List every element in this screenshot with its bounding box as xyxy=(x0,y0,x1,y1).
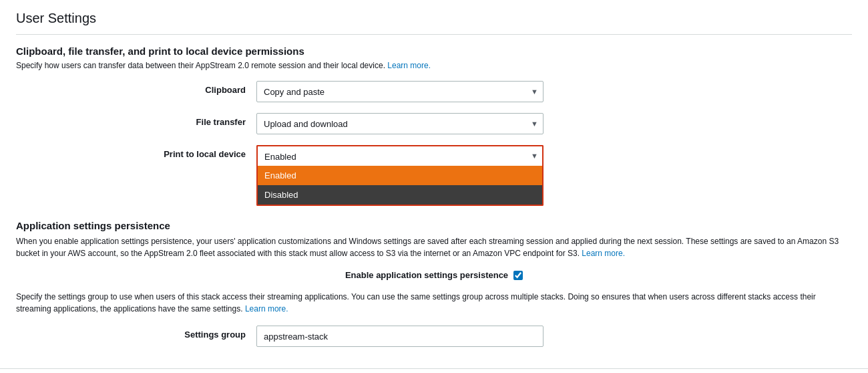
settings-group-desc: Specify the settings group to use when u… xyxy=(16,291,852,315)
print-device-select-display[interactable]: Enabled xyxy=(256,145,544,166)
print-device-label: Print to local device xyxy=(16,145,256,159)
file-transfer-label: File transfer xyxy=(16,113,256,127)
enable-persistence-row: Enable application settings persistence xyxy=(16,270,852,280)
file-transfer-select[interactable]: Upload and download Upload only Download… xyxy=(256,113,544,134)
clipboard-section-title: Clipboard, file transfer, and print to l… xyxy=(16,45,852,57)
page-title: User Settings xyxy=(16,11,852,26)
app-settings-learn-more-link[interactable]: Learn more. xyxy=(582,249,625,258)
settings-group-control xyxy=(256,326,544,347)
print-device-dropdown: Enabled Disabled xyxy=(256,166,544,206)
print-device-row: Print to local device Enabled ▼ Enabled … xyxy=(16,145,852,166)
app-settings-section: Application settings persistence When yo… xyxy=(16,220,852,347)
file-transfer-control: Upload and download Upload only Download… xyxy=(256,113,544,134)
settings-group-input[interactable] xyxy=(256,326,544,347)
settings-group-row: Settings group xyxy=(16,326,852,347)
top-divider xyxy=(16,34,852,35)
dropdown-item-disabled[interactable]: Disabled xyxy=(258,185,542,205)
enable-persistence-label: Enable application settings persistence xyxy=(345,270,508,280)
settings-group-learn-more-link[interactable]: Learn more. xyxy=(245,304,288,314)
app-settings-title: Application settings persistence xyxy=(16,220,852,231)
enable-persistence-checkbox[interactable] xyxy=(513,271,523,280)
footer-bar: Cancel Previous Review xyxy=(0,368,868,373)
clipboard-control: Copy and paste Copy only Paste only None… xyxy=(256,81,544,102)
clipboard-label: Clipboard xyxy=(16,81,256,95)
clipboard-section-desc: Specify how users can transfer data betw… xyxy=(16,61,852,70)
dropdown-item-enabled[interactable]: Enabled xyxy=(258,166,542,185)
clipboard-select[interactable]: Copy and paste Copy only Paste only None xyxy=(256,81,544,102)
clipboard-learn-more-link[interactable]: Learn more. xyxy=(387,61,431,70)
app-settings-desc: When you enable application settings per… xyxy=(16,235,852,259)
file-transfer-row: File transfer Upload and download Upload… xyxy=(16,113,852,134)
print-device-control: Enabled ▼ Enabled Disabled xyxy=(256,145,544,166)
clipboard-row: Clipboard Copy and paste Copy only Paste… xyxy=(16,81,852,102)
settings-group-label: Settings group xyxy=(16,326,256,340)
clipboard-section: Clipboard, file transfer, and print to l… xyxy=(16,45,852,166)
